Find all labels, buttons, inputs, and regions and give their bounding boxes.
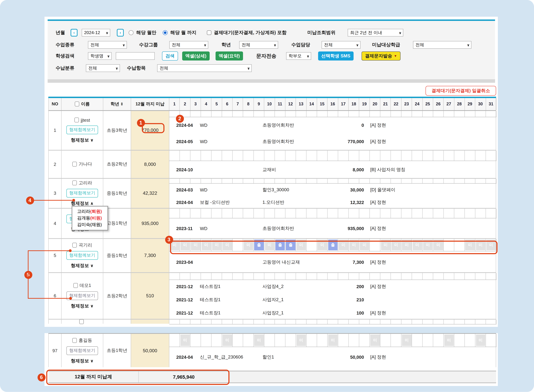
class-type-select[interactable]: 전체∨: [88, 41, 127, 49]
sibling-popup-item[interactable]: 고리라(퇴원): [77, 208, 107, 215]
sibling-info-toggle[interactable]: 형제정보 ∨: [71, 137, 93, 143]
receipt-category-label: 수납분류: [56, 65, 74, 71]
payment-wait-checkbox[interactable]: [207, 30, 211, 35]
table-top-accent: [48, 97, 496, 98]
student-checkbox[interactable]: [73, 283, 78, 288]
student-checkbox[interactable]: [72, 181, 77, 185]
detail-cell: 미미미미미미미미미2024-04신_규_학_급_230606할인150,000[…: [169, 334, 497, 367]
payment-detail-line: 2021-12테스트장1사업장2_1100[A] 정현: [169, 306, 497, 319]
unpaid-amount: [131, 319, 169, 324]
column-header-day-27: 27: [444, 98, 454, 110]
sibling-info-toggle[interactable]: 형제정보 ∨: [71, 262, 93, 269]
detail-amt: 50,000: [311, 355, 364, 360]
attendance-absent-cell: 미: [181, 335, 190, 346]
student-row-3: 3고리라형제함께보기형제정보 ∧중등1학년42,3222024-03WD할인3_…: [48, 178, 496, 208]
column-header-day-20: 20: [370, 98, 380, 110]
column-header-day-12: 12: [285, 98, 296, 110]
sibling-info-toggle[interactable]: 형제정보 ∨: [71, 303, 93, 309]
yearmonth-select[interactable]: 2024-12∨: [82, 29, 110, 37]
sibling-view-button[interactable]: 형제함께보기: [66, 126, 98, 134]
student-checkbox[interactable]: [74, 117, 79, 122]
radio-month-until[interactable]: [163, 30, 167, 35]
sms-target-select[interactable]: 학부모∨: [286, 52, 311, 60]
receipt-item-select[interactable]: 전체∨: [157, 64, 252, 72]
teacher-select[interactable]: 전체∨: [322, 41, 361, 49]
row-number: 4: [49, 209, 61, 238]
student-name-cell: 곡기리형제함께보기형제정보 ∨: [61, 239, 103, 272]
column-header-day-21: 21: [380, 98, 391, 110]
unpaid-amount: 50,000: [131, 334, 169, 367]
column-header-day-7: 7: [232, 98, 243, 110]
row-number: 6: [49, 273, 61, 319]
sibling-popup-item[interactable]: 김개동(비원): [77, 215, 107, 221]
sibling-view-button[interactable]: 형제함께보기: [66, 346, 98, 355]
unpaid-amount: 42,322: [131, 179, 169, 208]
day-strip: [169, 209, 497, 218]
search-input[interactable]: [116, 52, 155, 60]
column-header-day-23: 23: [401, 98, 412, 110]
detail-date: 2024-03: [176, 187, 193, 192]
payment-detail-line: 2024-04WD초등영어회차반0[A] 정현: [169, 117, 497, 133]
detail-date: 2021-12: [176, 310, 193, 315]
detail-cls: 할인3_30000: [262, 187, 289, 193]
detail-type: 테스트장1: [200, 297, 221, 303]
student-checkbox[interactable]: [72, 162, 77, 167]
student-name: jjtest: [81, 117, 90, 123]
attendance-absent-cell: 미: [444, 335, 454, 346]
grade-filter-select[interactable]: 전체∨: [239, 41, 278, 49]
excel-summary-button[interactable]: 엑셀(요약): [216, 51, 243, 61]
payment-detail-line: 2021-12테스트장1사업장4_2200[A] 정현: [169, 280, 497, 293]
student-name-cell: 고리라형제함께보기형제정보 ∧: [61, 179, 103, 208]
detail-payer: [A] 정현: [370, 138, 386, 145]
detail-type: WD: [200, 123, 207, 128]
cancel-payment-wait-button[interactable]: 결제대기(문자결제) 일괄취소: [426, 86, 496, 96]
prev-month-button[interactable]: ‹: [70, 29, 78, 37]
course-group-select[interactable]: 전체∨: [169, 41, 208, 49]
unpaid-range-select[interactable]: 최근 2년 전 이내∨: [348, 29, 403, 37]
detail-cell: 2024-04WD초등영어회차반0[A] 정현2024-05WD초등영어회차반7…: [169, 111, 497, 150]
student-grade: 초등1학년: [103, 334, 131, 367]
unpaid-amount: 8,000: [131, 150, 169, 178]
column-header-unpaid: 12월 까지 미납: [131, 98, 169, 110]
unpaid-table-second-section: 97홍길동형제함께보기형제정보 ∨초등1학년50,000미미미미미미미미미202…: [48, 333, 496, 367]
radio-month-only-label: 해당 월만: [136, 30, 156, 36]
sibling-view-button[interactable]: 형제함께보기: [66, 189, 98, 197]
unpaid-target-select[interactable]: 전체∨: [413, 41, 471, 49]
select-student-sms-button[interactable]: 선택학생 SMS: [318, 51, 353, 61]
receipt-category-select[interactable]: 전체∨: [86, 64, 120, 72]
student-checkbox[interactable]: [79, 319, 84, 324]
detail-cell: 2024-10교재비8,000[B] 사업자의 명칭: [169, 150, 497, 178]
student-grade: 초등2학년: [103, 273, 131, 319]
unpaid-amount: 935,000: [131, 209, 169, 238]
panel-top-accent: [48, 19, 495, 21]
column-header-grade[interactable]: 학년⇕: [103, 98, 131, 110]
student-checkbox[interactable]: [72, 338, 77, 343]
detail-payer: [A] 정현: [370, 310, 386, 316]
column-header-name: 이름: [61, 98, 103, 110]
sort-icon[interactable]: ⇕: [120, 102, 124, 106]
student-name: 데모1: [80, 282, 91, 289]
detail-amt: 100: [311, 310, 364, 315]
column-header-day-25: 25: [423, 98, 433, 110]
payment-sms-button[interactable]: 결제문자발송▼: [362, 51, 400, 61]
detail-cls: 초등영어회차반: [262, 225, 294, 232]
column-header-day-22: 22: [391, 98, 401, 110]
detail-amt: 0: [311, 123, 364, 128]
student-name-cell: 데모1형제함께보기형제정보 ∨: [61, 273, 103, 319]
detail-cls: 초등영어회차반: [262, 122, 294, 128]
sibling-info-toggle[interactable]: 형제정보 ∨: [71, 358, 93, 364]
sibling-view-button[interactable]: 형제함께보기: [66, 251, 98, 260]
radio-month-only[interactable]: [129, 30, 134, 35]
annotation-rect-6: [46, 370, 229, 385]
excel-detail-button[interactable]: 엑셀(상세): [182, 51, 209, 61]
next-month-button[interactable]: ›: [117, 29, 124, 37]
detail-cell: 2024-03WD할인3_3000030,000[D] 올댓페이2024-04보…: [169, 179, 497, 208]
search-button[interactable]: 검색: [162, 51, 178, 61]
search-type-select[interactable]: 학생명∨: [88, 52, 111, 60]
yearmonth-label: 년월: [56, 30, 65, 36]
student-checkbox[interactable]: [72, 243, 77, 247]
sibling-popup-item[interactable]: 김미숙(재원): [77, 221, 107, 228]
select-all-checkbox[interactable]: [75, 102, 79, 106]
detail-cls: 사업자2_1: [262, 297, 283, 303]
radio-month-until-label: 해당 월 까지: [170, 30, 196, 36]
